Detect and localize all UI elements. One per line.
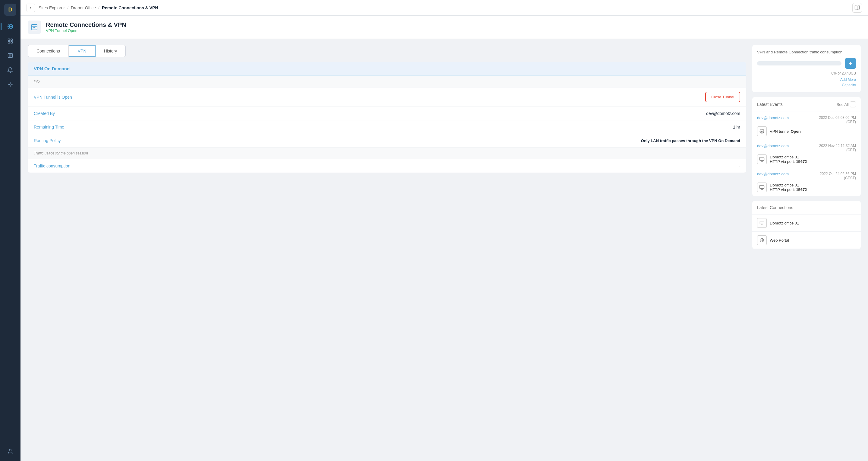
traffic-usage-label: Traffic usage for the open session — [28, 147, 746, 159]
connection-item-1: Domotz office 01 — [752, 214, 861, 232]
breadcrumb-sep2: / — [98, 5, 99, 10]
sidebar-item-sites[interactable] — [4, 21, 16, 33]
created-by-row: Created By dev@domotz.com — [28, 107, 746, 120]
svg-point-10 — [9, 449, 11, 451]
page-header-text: Remote Connections & VPN VPN Tunnel Open — [46, 22, 126, 33]
traffic-card-title: VPN and Remote Connection traffic consum… — [757, 50, 856, 54]
remaining-time-value: 1 hr — [733, 124, 740, 129]
event-desc-1: VPN tunnel Open — [770, 129, 801, 134]
events-header: Latest Events See All › — [752, 97, 861, 112]
event-item-2: dev@domotz.com 2022 Nov 22 11:32 AM(CET)… — [752, 140, 861, 168]
connection-item-2: Web Portal — [752, 232, 861, 249]
event-user-1: dev@domotz.com — [757, 116, 789, 124]
back-button[interactable] — [27, 4, 35, 12]
page-header: Remote Connections & VPN VPN Tunnel Open — [21, 16, 868, 39]
event-time-3: 2022 Oct 24 02:36 PM(CEST) — [820, 172, 856, 180]
svg-rect-1 — [8, 39, 10, 41]
breadcrumb-draper[interactable]: Draper Office — [71, 5, 96, 10]
event-content-2: Domotz office 01HTTP via port: 15672 — [757, 154, 856, 164]
connections-card: Latest Connections Domotz office 01 — [752, 201, 861, 249]
svg-rect-3 — [8, 41, 10, 44]
svg-rect-17 — [760, 157, 764, 161]
connections-header: Latest Connections — [752, 201, 861, 214]
connection-name-2: Web Portal — [770, 238, 789, 242]
event-item-3: dev@domotz.com 2022 Oct 24 02:36 PM(CEST… — [752, 168, 861, 196]
routing-policy-row: Routing Policy Only LAN traffic passes t… — [28, 134, 746, 147]
traffic-info-row: 0% of 20.48GB — [757, 71, 856, 76]
connection-name-1: Domotz office 01 — [770, 221, 799, 225]
event-user-3: dev@domotz.com — [757, 172, 789, 180]
traffic-bar-container — [757, 58, 856, 69]
see-all-label: See All — [837, 102, 849, 107]
traffic-consumption-label: Traffic consumption — [34, 164, 70, 168]
sidebar-item-alerts[interactable] — [4, 64, 16, 76]
monitor-icon-3 — [757, 182, 767, 192]
remaining-time-row: Remaining Time 1 hr — [28, 120, 746, 134]
add-capacity-text[interactable]: Add MoreCapacity — [840, 78, 856, 87]
event-item-1: dev@domotz.com 2022 Dec 02 03:06 PM(CET) — [752, 112, 861, 140]
svg-rect-16 — [762, 132, 763, 133]
sidebar-logo: D — [4, 4, 16, 16]
remaining-time-label: Remaining Time — [34, 124, 64, 129]
connection-monitor-icon-1 — [757, 218, 767, 228]
svg-rect-19 — [760, 221, 764, 224]
event-desc-3: Domotz office 01HTTP via port: 15672 — [770, 183, 807, 192]
page-subtitle: VPN Tunnel Open — [46, 28, 126, 33]
svg-rect-4 — [11, 41, 13, 44]
event-content-1: VPN tunnel Open — [757, 126, 856, 136]
event-content-3: Domotz office 01HTTP via port: 15672 — [757, 182, 856, 192]
right-panel: VPN and Remote Connection traffic consum… — [752, 45, 861, 455]
event-meta-3: dev@domotz.com 2022 Oct 24 02:36 PM(CEST… — [757, 172, 856, 180]
events-card: Latest Events See All › dev@domotz.com 2… — [752, 97, 861, 196]
svg-rect-2 — [11, 39, 13, 41]
sidebar-item-connections[interactable] — [4, 79, 16, 90]
traffic-bar-bg — [757, 61, 841, 65]
monitor-icon-2 — [757, 154, 767, 164]
sidebar-item-account[interactable] — [4, 445, 16, 457]
svg-point-9 — [10, 84, 11, 85]
book-icon[interactable] — [852, 3, 862, 13]
info-label: Info — [28, 76, 746, 87]
sidebar: D — [0, 0, 21, 461]
event-desc-2: Domotz office 01HTTP via port: 15672 — [770, 155, 807, 164]
vpn-section-header: VPN On Demand — [28, 62, 746, 76]
breadcrumb-sites[interactable]: Sites Explorer — [38, 5, 65, 10]
traffic-consumption-row: Traffic consumption - — [28, 159, 746, 173]
add-capacity-button[interactable] — [845, 58, 856, 69]
event-meta-2: dev@domotz.com 2022 Nov 22 11:32 AM(CET) — [757, 144, 856, 152]
created-by-label: Created By — [34, 111, 55, 116]
breadcrumb-current: Remote Connections & VPN — [102, 5, 158, 10]
traffic-percent: 0% of 20.48GB — [832, 71, 856, 76]
page-header-icon — [28, 21, 41, 34]
routing-policy-label: Routing Policy — [34, 138, 61, 143]
vpn-tunnel-row: VPN Tunnel is Open Close Tunnel — [28, 87, 746, 107]
tabs-bar: Connections VPN History — [28, 45, 746, 57]
event-meta-1: dev@domotz.com 2022 Dec 02 03:06 PM(CET) — [757, 116, 856, 124]
close-tunnel-button[interactable]: Close Tunnel — [705, 92, 740, 102]
created-by-value: dev@domotz.com — [706, 111, 740, 116]
sidebar-item-logs[interactable] — [4, 50, 16, 62]
connection-globe-icon-2 — [757, 235, 767, 245]
page-title: Remote Connections & VPN — [46, 22, 126, 28]
event-time-2: 2022 Nov 22 11:32 AM(CET) — [819, 144, 856, 152]
chevron-right-icon: › — [850, 102, 856, 107]
svg-rect-18 — [760, 185, 764, 189]
tab-history[interactable]: History — [96, 45, 126, 57]
see-all-button[interactable]: See All › — [837, 102, 856, 107]
event-user-2: dev@domotz.com — [757, 144, 789, 152]
traffic-consumption-value: - — [739, 164, 740, 168]
vpn-section: VPN On Demand Info VPN Tunnel is Open Cl… — [28, 62, 746, 173]
breadcrumb: Sites Explorer / Draper Office / Remote … — [27, 4, 158, 12]
topbar: Sites Explorer / Draper Office / Remote … — [21, 0, 868, 16]
vpn-tunnel-label: VPN Tunnel is Open — [34, 95, 72, 99]
tab-connections[interactable]: Connections — [28, 45, 69, 57]
globe-lock-icon — [757, 126, 767, 136]
main-wrapper: Sites Explorer / Draper Office / Remote … — [21, 0, 868, 461]
tab-vpn[interactable]: VPN — [69, 45, 96, 57]
sidebar-item-devices[interactable] — [4, 35, 16, 47]
events-title: Latest Events — [757, 102, 783, 107]
routing-policy-value: Only LAN traffic passes through the VPN … — [641, 139, 740, 143]
content-area: Connections VPN History VPN On Demand In… — [21, 39, 868, 461]
left-panel: Connections VPN History VPN On Demand In… — [28, 45, 746, 455]
breadcrumb-sep1: / — [67, 5, 68, 10]
